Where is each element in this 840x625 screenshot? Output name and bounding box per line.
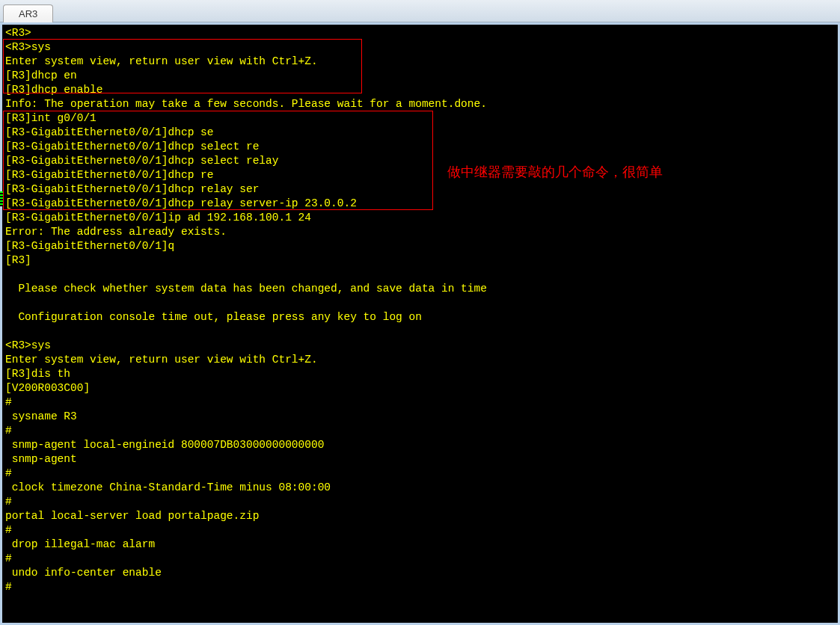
terminal-output[interactable]: <R3> <R3>sys Enter system view, return u…: [2, 25, 838, 623]
tab-ar3[interactable]: AR3: [3, 4, 53, 22]
terminal-container: <R3> <R3>sys Enter system view, return u…: [0, 22, 840, 625]
scroll-indicator: [0, 191, 4, 206]
annotation-text: 做中继器需要敲的几个命令，很简单: [447, 163, 663, 181]
tab-bar: AR3: [0, 0, 840, 22]
